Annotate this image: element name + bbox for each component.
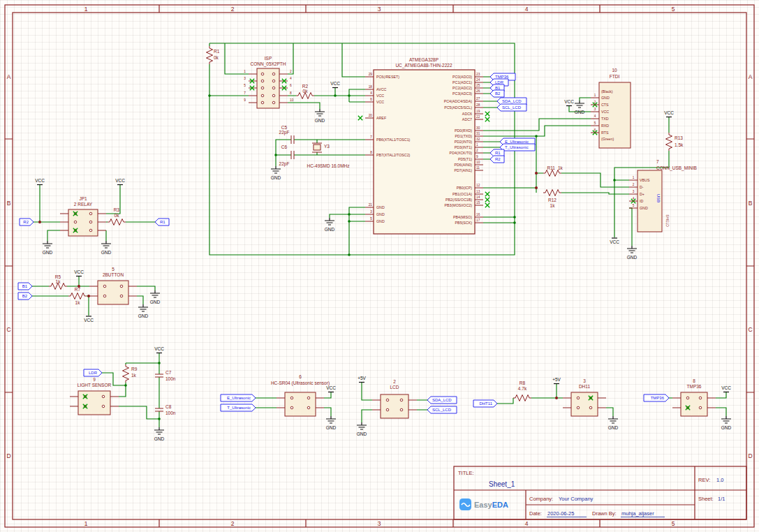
svg-text:JP1: JP1 [79,196,87,201]
isp-body[interactable] [257,68,279,108]
net-flag-e-ultrasonic-sr04[interactable]: E_Ultrasonic [221,394,256,401]
crystal-y3[interactable]: Y3 HC-49SMD 16.0MHz [307,143,349,168]
tmp-body[interactable] [681,392,707,416]
connector-dh11[interactable]: 3 DH11 [563,378,606,416]
connector-isp[interactable]: ISP CONN_05X2PTH 13579246810 [244,56,293,108]
resistor-r11[interactable]: R11 1k [543,165,563,177]
vcc-flag[interactable]: VCC [84,316,94,323]
wire-gnd-bus[interactable] [330,207,365,255]
connector-usb-minib[interactable]: 7 CONN_USB_MINIB USB SHIELD 1VBUS2D-3D+4… [629,159,697,232]
vcc-flag[interactable]: VCC [330,81,340,88]
net-flag-scl-lcd2[interactable]: SCL_LCD [427,406,457,413]
svg-text:1k: 1k [558,165,563,170]
net-flag-t-ultrasonic-sr04[interactable]: T_Ultrasonic [221,404,256,411]
ic-atmega328p[interactable]: ATMEGA328P UC_ATMEGA88-THIN-2222 29PC6(/… [358,57,489,234]
resistor-r13[interactable]: R13 1.5k [666,133,684,151]
gnd-flag[interactable]: GND [627,246,638,260]
net-flag-sda-lcd[interactable]: SDA_LCD [497,98,526,105]
vcc-flag[interactable]: VCC [664,110,674,117]
crystal-body[interactable] [314,145,320,150]
svg-text:GND: GND [150,300,161,304]
gnd-flag[interactable]: GND [608,416,619,430]
gnd-flag[interactable]: GND [271,166,281,180]
connector-lcd[interactable]: 2 LCD [372,379,417,418]
net-flag-r2-relay[interactable]: R2 [20,219,34,226]
capacitor-c6[interactable]: C6 22pF [279,145,294,167]
gnd-flag[interactable]: GND [154,427,165,441]
svg-text:ISP: ISP [265,56,272,61]
gnd-flag[interactable]: GND [721,416,732,430]
wire-reset[interactable] [342,43,365,77]
resistor-r8[interactable]: R8 4.7k [513,380,531,401]
vcc-flag[interactable]: VCC [74,269,84,276]
ic-pin-number: 15 [476,201,480,205]
net-flag-r2[interactable]: R2 [490,156,504,163]
p5v-flag[interactable]: +5V [552,377,561,384]
dht-body[interactable] [571,392,598,416]
no-connect-icon [485,192,489,196]
resistor-r3[interactable]: R3 0k [108,207,126,226]
net-flag-ldr-sensor[interactable]: LDR [84,369,102,376]
svg-text:E_Ultrasonic: E_Ultrasonic [227,396,251,400]
resistor-r7[interactable]: R7 1k [68,287,87,305]
capacitor-c7[interactable]: C7 100n [155,370,176,381]
resistor-r1[interactable]: R1 0k [207,46,220,64]
vcc-flag[interactable]: VCC [326,385,336,392]
connector-2button[interactable]: 5 2BUTTON [89,267,137,304]
gnd-flag[interactable]: GND [325,218,335,232]
connector-hcsr04[interactable]: 6 HC-SR04 (Ultrasonic sensor) [271,374,330,416]
gnd-flag[interactable]: GND [357,422,367,436]
resistor-r5[interactable]: R5 1k [49,274,67,290]
resistor-r2[interactable]: R2 0k [296,84,314,99]
net-flag-b1-button[interactable]: B1 [18,283,32,290]
vcc-flag[interactable]: VCC [154,346,164,353]
gnd-flag[interactable]: GND [150,290,161,304]
ic-pin-number: 23 [476,73,480,76]
svg-text:3: 3 [583,378,586,383]
schematic-canvas[interactable]: 1122334455AABBCCDD R1 0 [0,0,759,532]
schematic-sheet[interactable]: 1122334455AABBCCDD R1 0 [0,0,759,532]
resistor-r9[interactable]: R9 1k [123,364,138,383]
net-flag-b2[interactable]: B2 [490,90,504,97]
jp1-body[interactable] [68,209,98,236]
svg-text:VCC: VCC [35,178,45,183]
gnd-flag[interactable]: GND [326,416,337,430]
gnd-flag[interactable]: GND [138,304,149,318]
gnd-flag[interactable]: GND [575,101,585,114]
vcc-flag[interactable]: VCC [721,385,731,392]
connector-jp1-relay[interactable]: JP1 2 RELAY [60,196,106,236]
vcc-flag[interactable]: VCC [35,178,45,185]
lcd-body[interactable] [381,394,408,418]
net-flag-t-ultrasonic[interactable]: T_Ultrasonic [500,144,535,151]
vcc-flag[interactable]: VCC [610,238,619,244]
net-flag-scl-lcd[interactable]: SCL_LCD [497,104,526,111]
button-body[interactable] [98,281,128,304]
gnd-flag[interactable]: GND [43,241,53,255]
ruler-col-label-bottom: 1 [84,520,88,527]
svg-text:GND: GND [721,425,732,430]
gnd-flag[interactable]: GND [315,109,325,123]
net-flags[interactable]: TMP36 LDR B1 B2 SDA_LCD SCL_LCD E_Ultras… [18,73,669,413]
capacitor-c5[interactable]: C5 22pF [279,125,294,144]
gnd-flag[interactable]: GND [101,241,112,255]
net-flag-r1-relay[interactable]: R1 [155,219,169,226]
connector-tmp36[interactable]: 8 TMP36 [672,378,716,416]
resistor-r12[interactable]: R12 1k [543,190,561,209]
connector-light-sensor[interactable]: 9 LIGHT SENSOR [70,377,119,415]
vcc-flag[interactable]: VCC [115,178,125,185]
vcc-flag[interactable]: VCC [564,99,574,106]
svg-text:1k: 1k [56,279,61,284]
net-flag-tmp36-sensor[interactable]: TMP36 [644,394,669,401]
svg-text:R13: R13 [675,135,683,140]
wire-light-sensor[interactable] [102,353,159,427]
connector-ftdi[interactable]: 10 FTDI (Black)GNDCTSVCCTXDRXDRTS(Green)… [591,68,631,148]
ic-pin-number: 17 [476,219,480,222]
capacitor-c8[interactable]: C8 100n [155,404,176,415]
sr04-body[interactable] [285,392,316,416]
net-flag-r1[interactable]: R1 [490,149,504,156]
svg-text:100n: 100n [165,411,176,415]
net-flag-b2-button[interactable]: B2 [18,293,32,300]
p5v-flag[interactable]: +5V [358,376,366,383]
net-flag-dht11[interactable]: DHT11 [473,400,497,407]
net-flag-sda-lcd2[interactable]: SDA_LCD [427,397,457,404]
